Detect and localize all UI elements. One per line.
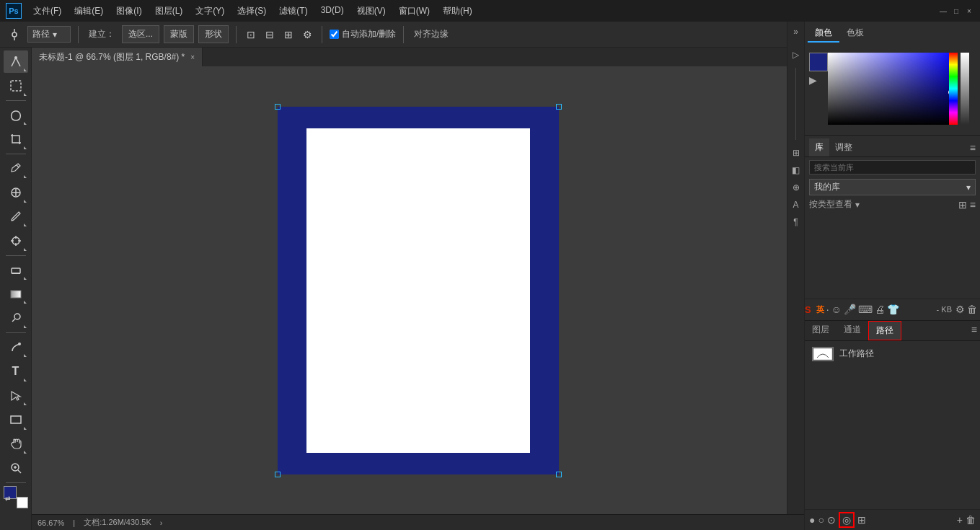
menu-item[interactable]: 窗口(W) — [393, 4, 436, 19]
tray-mic-icon[interactable]: 🎤 — [844, 304, 856, 315]
hand-tool-button[interactable] — [4, 433, 28, 455]
lasso-tool-button[interactable] — [4, 104, 28, 126]
path-mode-dropdown[interactable]: 路径 ▾ — [27, 26, 71, 43]
work-path-row[interactable]: 工作路径 — [808, 344, 977, 364]
panel-icon-6[interactable]: ¶ — [789, 215, 803, 229]
dodge-tool-button[interactable] — [4, 306, 28, 329]
rectangle-tool-button[interactable] — [4, 408, 28, 430]
tray-smiley-icon[interactable]: ☺ — [831, 304, 842, 315]
eraser-tool-button[interactable] — [4, 259, 28, 281]
lcp-panel-menu[interactable]: ≡ — [968, 321, 980, 340]
crop-tool-button[interactable] — [4, 128, 28, 150]
pen-tool-button[interactable] — [4, 50, 28, 73]
fill-path-button[interactable]: ● — [809, 514, 815, 526]
path-handle-br[interactable] — [556, 472, 562, 477]
color-gradient-field[interactable] — [828, 53, 958, 125]
menu-item[interactable]: 滤镜(T) — [273, 4, 313, 19]
foreground-color-swatch[interactable] — [809, 53, 828, 71]
mask-button[interactable]: 蒙版 — [164, 25, 194, 43]
menu-item[interactable]: 文件(F) — [27, 4, 67, 19]
select-button[interactable]: 选区... — [122, 25, 159, 43]
path-arrange-icon[interactable]: ⚙ — [300, 27, 314, 42]
clone-stamp-button[interactable] — [4, 229, 28, 252]
menu-item[interactable]: 3D(D) — [315, 4, 350, 19]
color-tab-color[interactable]: 颜色 — [808, 25, 839, 43]
channels-tab[interactable]: 通道 — [836, 321, 868, 340]
layers-tab[interactable]: 图层 — [805, 321, 836, 340]
stroke-path-button[interactable]: ○ — [818, 514, 824, 526]
gradient-tool-button[interactable] — [4, 283, 28, 305]
library-panel-menu[interactable]: ≡ — [970, 142, 976, 154]
tray-settings-icon[interactable]: ⚙ — [955, 304, 965, 315]
eyedropper-tool-button[interactable] — [4, 157, 28, 180]
status-arrow[interactable]: › — [160, 518, 163, 527]
tray-trash-icon[interactable]: 🗑 — [967, 304, 977, 315]
align-edges-label: 对齐边缘 — [411, 27, 451, 42]
healing-brush-button[interactable] — [4, 181, 28, 203]
color-picker[interactable]: ▶ — [808, 45, 975, 132]
path-operations-icon[interactable]: ⊟ — [262, 27, 277, 42]
path-to-selection-button[interactable]: ⊙ — [827, 514, 836, 526]
paths-content: 工作路径 — [805, 341, 980, 510]
path-align-icon[interactable]: ⊞ — [281, 27, 296, 42]
path-handle-tr[interactable] — [556, 104, 562, 110]
list-view-button[interactable]: ≡ — [970, 199, 976, 211]
maximize-button[interactable]: □ — [951, 6, 961, 16]
hue-slider[interactable] — [949, 53, 958, 125]
panel-icon-5[interactable]: A — [789, 198, 803, 212]
separator-2 — [236, 26, 237, 43]
menu-item[interactable]: 视图(V) — [351, 4, 392, 19]
panel-icon-3[interactable]: ◧ — [789, 163, 803, 177]
zoom-tool-button[interactable] — [4, 456, 28, 479]
pen-path-tool-button[interactable] — [4, 336, 28, 358]
zoom-level: 66.67% — [37, 518, 64, 527]
path-handle-bl[interactable] — [275, 472, 281, 477]
tray-print-icon[interactable]: 🖨 — [875, 304, 885, 315]
new-path-button[interactable]: + — [957, 514, 963, 526]
tab-close-button[interactable]: × — [190, 53, 195, 61]
opacity-slider[interactable] — [961, 53, 969, 125]
selection-to-path-button[interactable]: ◎ — [839, 512, 855, 528]
path-handle-tl[interactable] — [275, 104, 281, 110]
tray-dot-icon[interactable]: · — [826, 304, 829, 315]
selection-tool-button[interactable] — [4, 74, 28, 97]
tool-separator-4 — [6, 332, 26, 333]
rubber-band-icon[interactable]: ⊡ — [244, 27, 258, 42]
color-tab-swatches[interactable]: 色板 — [839, 25, 871, 43]
minimize-button[interactable]: — — [938, 6, 948, 16]
svg-rect-14 — [12, 268, 20, 273]
menu-item[interactable]: 选择(S) — [231, 4, 272, 19]
tray-shirt-icon[interactable]: 👕 — [887, 304, 899, 315]
path-select-tool-button[interactable] — [4, 384, 28, 407]
close-button[interactable]: × — [964, 6, 974, 16]
type-tool-button[interactable]: T — [4, 360, 28, 382]
grid-view-button[interactable]: ⊞ — [958, 199, 967, 211]
tray-en-icon[interactable]: 英 — [816, 304, 824, 315]
shape-button[interactable]: 形状 — [198, 25, 229, 43]
input-method-icon[interactable]: S — [805, 304, 811, 315]
panel-icon-4[interactable]: ⊕ — [789, 180, 803, 195]
pen-tool-icon[interactable] — [6, 27, 23, 42]
library-tab-adjust[interactable]: 调整 — [829, 138, 858, 156]
menu-item[interactable]: 文字(Y) — [190, 4, 230, 19]
tray-keyboard-icon[interactable]: ⌨ — [858, 304, 873, 315]
delete-path-button[interactable]: 🗑 — [966, 514, 976, 526]
separator-1 — [78, 26, 79, 43]
panel-icon-2[interactable]: ⊞ — [789, 146, 803, 160]
menu-item[interactable]: 图像(I) — [110, 4, 147, 19]
mask-from-path-button[interactable]: ⊞ — [857, 514, 866, 526]
color-swatches[interactable]: ⇄ — [4, 486, 28, 508]
auto-add-delete-checkbox[interactable]: 自动添加/删除 — [330, 28, 396, 40]
paths-tab[interactable]: 路径 — [868, 321, 901, 340]
library-tab-lib[interactable]: 库 — [809, 138, 829, 156]
playhead-icon[interactable]: ▶ — [809, 74, 817, 86]
menu-item[interactable]: 图层(L) — [149, 4, 189, 19]
library-dropdown[interactable]: 我的库 ▾ — [809, 179, 976, 195]
panel-icon-1[interactable]: ▷ — [789, 48, 803, 62]
menu-item[interactable]: 编辑(E) — [69, 4, 109, 19]
library-search-input[interactable] — [809, 160, 976, 175]
panel-expand-icon[interactable]: » — [789, 25, 803, 39]
menu-item[interactable]: 帮助(H) — [437, 4, 478, 19]
document-tab[interactable]: 未标题-1 @ 66.7% (图层 1, RGB/8#) * × — [32, 48, 203, 66]
brush-tool-button[interactable] — [4, 206, 28, 228]
